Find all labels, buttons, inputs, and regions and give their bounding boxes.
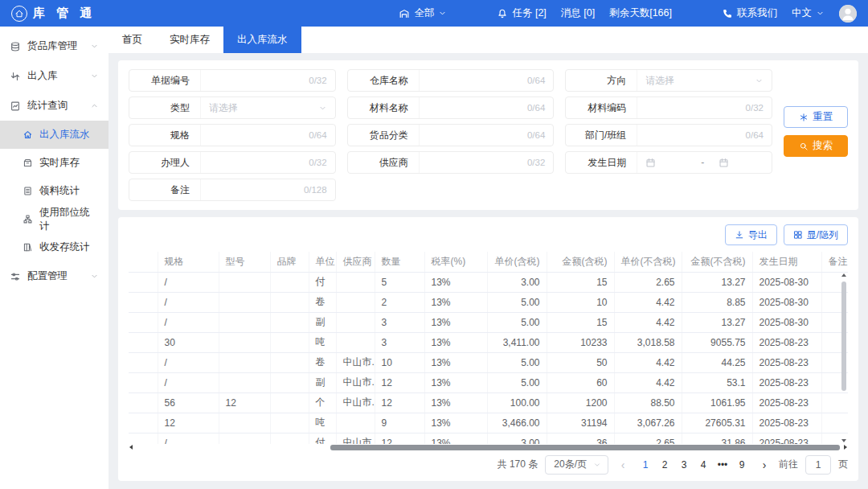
page-ellipsis[interactable]: ••• xyxy=(714,459,731,471)
table-cell: 12 xyxy=(219,392,270,413)
reset-button[interactable]: 重置 xyxy=(784,106,848,128)
table-row[interactable]: 5612个中山市...1213%100.00120088.501061.9520… xyxy=(129,392,848,413)
column-header: 供应商 xyxy=(336,252,375,272)
filter-text-input[interactable]: 0/64 xyxy=(419,97,554,118)
table-cell: / xyxy=(158,272,219,292)
user-avatar[interactable] xyxy=(839,5,857,23)
tab[interactable]: 首页 xyxy=(108,27,156,53)
table-row[interactable]: /副313%5.00154.4213.272025-08-30 xyxy=(129,312,848,332)
table-row[interactable]: /付513%3.00152.6513.272025-08-30 xyxy=(129,272,848,292)
table-cell: 中山市... xyxy=(336,392,375,413)
messages-menu[interactable]: 消息 [0] xyxy=(561,6,595,20)
table-cell: 个 xyxy=(309,392,336,413)
prev-page-button[interactable]: ‹ xyxy=(616,458,630,471)
table-row[interactable]: /付中山市...1213%3.00362.6531.862025-08-23 xyxy=(129,433,848,444)
table-cell: 3 xyxy=(375,312,424,332)
table-row[interactable]: /副中山市...1213%5.00604.4253.12025-08-23 xyxy=(129,372,848,392)
table-cell: 12 xyxy=(375,433,424,444)
filter-field-label: 部门/班组 xyxy=(566,129,637,142)
scope-selector[interactable]: 全部 xyxy=(399,6,447,20)
table-cell xyxy=(219,352,270,372)
vertical-scrollbar-thumb[interactable] xyxy=(841,281,846,391)
table-cell: 13.27 xyxy=(682,312,752,332)
table-cell: / xyxy=(158,352,219,372)
char-counter: 0/64 xyxy=(309,130,326,140)
filter-field: 材料编码0/32 xyxy=(565,97,772,119)
sidebar-subitem[interactable]: 出入库流水 xyxy=(0,121,108,149)
filter-text-input[interactable]: 0/64 xyxy=(419,125,554,146)
table-cell: 50 xyxy=(547,352,614,372)
page-number[interactable]: 3 xyxy=(676,459,692,471)
table-cell: 1200 xyxy=(547,392,614,413)
next-page-button[interactable]: › xyxy=(757,458,772,471)
results-panel: 导出 显/隐列 规格型号品牌单位供应商数量税率(%)单价(含税)金额(含税)单价… xyxy=(118,217,858,481)
page-number[interactable]: 4 xyxy=(695,459,711,471)
sidebar-subitem[interactable]: 使用部位统计 xyxy=(0,205,108,233)
sidebar-item[interactable]: 配置管理 xyxy=(0,261,108,291)
filter-text-input[interactable]: 0/64 xyxy=(200,125,335,146)
sidebar-item[interactable]: 统计查询 xyxy=(0,91,108,121)
show-hide-columns-button[interactable]: 显/隐列 xyxy=(784,224,848,245)
filter-text-input[interactable]: 0/32 xyxy=(419,152,554,173)
table-cell: 9 xyxy=(375,413,424,433)
sidebar-item[interactable]: 出入库 xyxy=(0,61,108,91)
table-row[interactable]: /卷中山市...1013%5.00504.4244.252025-08-23 xyxy=(129,352,848,372)
horizontal-scrollbar-thumb[interactable] xyxy=(330,445,840,450)
filter-text-input[interactable]: 0/32 xyxy=(637,97,772,118)
table-cell: 付 xyxy=(309,433,336,444)
filter-text-input[interactable]: 0/64 xyxy=(419,70,554,91)
download-icon xyxy=(735,230,744,240)
sidebar-subitem[interactable]: 领料统计 xyxy=(0,177,108,205)
sidebar-subitem[interactable]: 收发存统计 xyxy=(0,233,108,261)
database-icon xyxy=(10,41,21,52)
goto-label: 前往 xyxy=(779,458,798,471)
table-cell: 15 xyxy=(547,272,614,292)
filter-daterange[interactable]: - xyxy=(637,152,772,173)
filter-select[interactable]: 请选择 xyxy=(200,97,335,118)
table-row[interactable]: 30吨313%3,411.00102333,018.589055.752025-… xyxy=(129,332,848,352)
sidebar-item[interactable]: 货品库管理 xyxy=(0,31,108,61)
column-header: 金额(含税) xyxy=(547,252,614,272)
char-counter: 0/64 xyxy=(527,76,545,85)
days-left-badge: 剩余天数[166] xyxy=(609,6,672,20)
tab-bar: 首页实时库存出入库流水 xyxy=(108,27,868,53)
page-number[interactable]: 9 xyxy=(734,459,750,471)
table-row[interactable]: /卷213%5.00104.428.852025-08-30 xyxy=(129,292,848,312)
scroll-left-arrow[interactable] xyxy=(129,445,133,450)
table-cell: 12 xyxy=(158,413,219,433)
chevron-down-icon xyxy=(90,42,99,51)
contact-us-link[interactable]: 联系我们 xyxy=(722,6,777,20)
scroll-down-arrow[interactable] xyxy=(841,439,846,442)
scroll-up-arrow[interactable] xyxy=(841,273,846,277)
search-button[interactable]: 搜索 xyxy=(784,135,848,157)
tab[interactable]: 实时库存 xyxy=(156,27,223,53)
filter-select[interactable]: 请选择 xyxy=(637,70,772,91)
table-cell xyxy=(219,292,270,312)
table-cell: 5 xyxy=(375,272,424,292)
filter-text-input[interactable]: 0/128 xyxy=(200,179,335,200)
chevron-down-icon xyxy=(90,72,99,80)
total-count-label: 共 170 条 xyxy=(497,458,538,471)
goto-suffix-label: 页 xyxy=(838,458,848,471)
table-cell: 吨 xyxy=(309,332,336,352)
scroll-right-arrow[interactable] xyxy=(844,445,847,450)
sidebar-subitem-label: 使用部位统计 xyxy=(39,206,99,233)
filter-text-input[interactable]: 0/32 xyxy=(200,70,335,91)
language-selector[interactable]: 中文 xyxy=(792,6,825,20)
list-icon xyxy=(23,186,33,196)
page-size-selector[interactable]: 20条/页 xyxy=(545,455,608,475)
sidebar-subitem[interactable]: 实时库存 xyxy=(0,149,108,177)
page-number[interactable]: 1 xyxy=(637,459,653,471)
page-number[interactable]: 2 xyxy=(657,459,673,471)
filter-field-label: 仓库名称 xyxy=(348,74,419,88)
tasks-menu[interactable]: 任务 [2] xyxy=(497,6,546,20)
sidebar-item-label: 配置管理 xyxy=(27,269,68,283)
filter-text-input[interactable]: 0/64 xyxy=(637,125,772,146)
goto-page-input[interactable] xyxy=(805,455,831,475)
filter-field: 类型请选择 xyxy=(129,97,336,119)
export-button[interactable]: 导出 xyxy=(725,224,777,245)
table-row[interactable]: 12吨913%3,466.00311943,067.2627605.312025… xyxy=(129,413,848,433)
table-cell: 2.65 xyxy=(614,433,682,444)
tab[interactable]: 出入库流水 xyxy=(223,27,301,53)
filter-text-input[interactable]: 0/32 xyxy=(200,152,335,173)
